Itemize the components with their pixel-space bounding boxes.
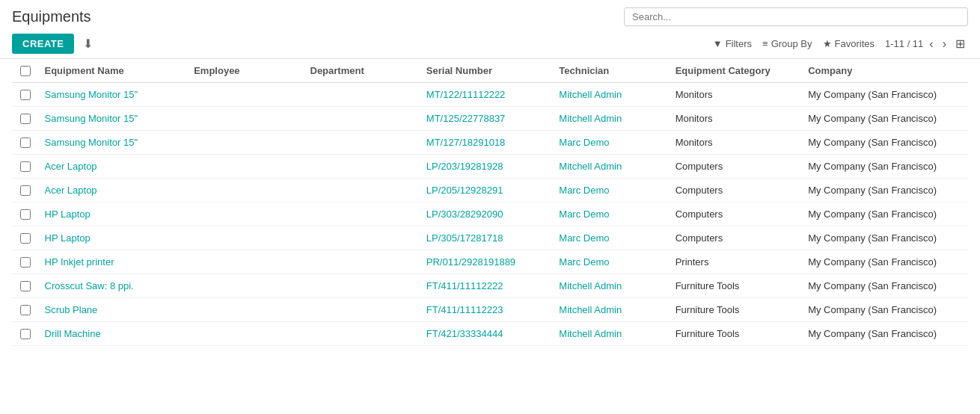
link-serial_number[interactable]: FT/411/11112222	[426, 280, 503, 291]
cell-company: My Company (San Francisco)	[802, 179, 968, 203]
link-serial_number[interactable]: MT/125/22778837	[426, 113, 506, 124]
table-row: Acer LaptopLP/205/12928291Marc DemoCompu…	[12, 179, 968, 203]
cell-employee	[188, 298, 304, 322]
favorites-button[interactable]: ★ Favorites	[823, 38, 875, 49]
link-serial_number[interactable]: LP/303/28292090	[426, 208, 503, 220]
groupby-button[interactable]: ≡ Group By	[762, 38, 812, 49]
link-technician[interactable]: Mitchell Admin	[559, 89, 622, 100]
link-serial_number[interactable]: LP/203/19281928	[426, 161, 503, 172]
link-serial_number[interactable]: PR/011/2928191889	[426, 256, 515, 268]
cell-equipment_name: Samsung Monitor 15"	[39, 107, 189, 131]
col-header-company: Company	[802, 59, 968, 83]
link-equipment_name[interactable]: Scrub Plane	[45, 304, 98, 315]
cell-employee	[188, 274, 304, 298]
cell-company: My Company (San Francisco)	[802, 131, 968, 155]
link-equipment_name[interactable]: Drill Machine	[45, 328, 101, 339]
link-technician[interactable]: Mitchell Admin	[559, 113, 622, 124]
link-equipment_name[interactable]: Crosscut Saw: 8 ppi.	[45, 280, 134, 291]
cell-department	[304, 250, 420, 274]
cell-equipment_category: Monitors	[670, 131, 803, 155]
table-header-row: Equipment Name Employee Department Seria…	[12, 59, 968, 83]
groupby-label: Group By	[771, 38, 812, 49]
link-equipment_name[interactable]: HP Laptop	[45, 232, 91, 244]
download-icon: ⬇	[83, 37, 93, 50]
row-checkbox[interactable]	[20, 257, 31, 268]
select-all-header	[12, 59, 39, 83]
cell-equipment_category: Computers	[670, 203, 803, 226]
col-header-employee: Employee	[188, 59, 304, 83]
row-checkbox[interactable]	[20, 329, 31, 339]
cell-serial_number: FT/411/11112223	[420, 298, 554, 322]
row-checkbox[interactable]	[20, 305, 31, 315]
cell-company: My Company (San Francisco)	[802, 107, 968, 131]
row-checkbox-cell	[12, 155, 39, 179]
link-technician[interactable]: Marc Demo	[559, 208, 609, 220]
link-equipment_name[interactable]: HP Laptop	[45, 208, 91, 220]
row-checkbox[interactable]	[20, 114, 31, 124]
link-equipment_name[interactable]: Acer Laptop	[45, 185, 97, 196]
grid-view-button[interactable]: ⊞	[952, 35, 968, 52]
row-checkbox[interactable]	[20, 161, 31, 172]
row-checkbox[interactable]	[20, 138, 31, 148]
link-equipment_name[interactable]: Samsung Monitor 15"	[45, 113, 138, 124]
cell-equipment_name: Acer Laptop	[39, 155, 189, 179]
download-button[interactable]: ⬇	[80, 34, 96, 54]
row-checkbox-cell	[12, 131, 39, 155]
next-page-button[interactable]: ›	[940, 36, 949, 52]
prev-page-button[interactable]: ‹	[926, 36, 936, 52]
row-checkbox[interactable]	[20, 185, 31, 196]
cell-technician: Marc Demo	[553, 131, 669, 155]
select-all-checkbox[interactable]	[20, 66, 31, 76]
table-row: Samsung Monitor 15"MT/125/22778837Mitche…	[12, 107, 968, 131]
cell-department	[304, 131, 420, 155]
row-checkbox-cell	[12, 250, 39, 274]
table-header: Equipment Name Employee Department Seria…	[12, 59, 968, 83]
link-technician[interactable]: Marc Demo	[559, 185, 609, 196]
col-header-equipment-name: Equipment Name	[39, 59, 189, 83]
row-checkbox-cell	[12, 226, 39, 250]
link-equipment_name[interactable]: HP Inkjet printer	[45, 256, 114, 268]
cell-technician: Marc Demo	[553, 250, 669, 274]
cell-serial_number: MT/122/11112222	[420, 83, 554, 107]
search-input[interactable]	[632, 11, 960, 22]
row-checkbox[interactable]	[20, 233, 31, 244]
table-row: Scrub PlaneFT/411/11112223Mitchell Admin…	[12, 298, 968, 322]
table-row: HP LaptopLP/303/28292090Marc DemoCompute…	[12, 203, 968, 226]
link-technician[interactable]: Marc Demo	[559, 137, 609, 148]
link-serial_number[interactable]: FT/421/33334444	[426, 328, 503, 339]
create-button[interactable]: CREATE	[12, 34, 74, 54]
link-equipment_name[interactable]: Samsung Monitor 15"	[45, 137, 138, 148]
link-serial_number[interactable]: MT/122/11112222	[426, 89, 506, 100]
cell-department	[304, 107, 420, 131]
link-serial_number[interactable]: FT/411/11112223	[426, 304, 503, 315]
row-checkbox[interactable]	[20, 90, 31, 100]
row-checkbox[interactable]	[20, 281, 31, 291]
filter-group: ▼ Filters ≡ Group By ★ Favorites	[713, 38, 875, 49]
link-equipment_name[interactable]: Samsung Monitor 15"	[45, 89, 138, 100]
row-checkbox[interactable]	[20, 209, 31, 220]
page-title: Equipments	[12, 8, 91, 25]
cell-serial_number: MT/127/18291018	[420, 131, 554, 155]
link-technician[interactable]: Mitchell Admin	[559, 328, 622, 339]
link-serial_number[interactable]: LP/305/17281718	[426, 232, 503, 244]
link-technician[interactable]: Marc Demo	[559, 232, 609, 244]
table-row: Samsung Monitor 15"MT/127/18291018Marc D…	[12, 131, 968, 155]
cell-department	[304, 226, 420, 250]
link-serial_number[interactable]: MT/127/18291018	[426, 137, 506, 148]
cell-employee	[188, 226, 304, 250]
filters-button[interactable]: ▼ Filters	[713, 38, 752, 49]
link-technician[interactable]: Mitchell Admin	[559, 304, 622, 315]
cell-company: My Company (San Francisco)	[802, 203, 968, 226]
table-row: HP LaptopLP/305/17281718Marc DemoCompute…	[12, 226, 968, 250]
table-row: Crosscut Saw: 8 ppi.FT/411/11112222Mitch…	[12, 274, 968, 298]
link-equipment_name[interactable]: Acer Laptop	[45, 161, 97, 172]
link-technician[interactable]: Marc Demo	[559, 256, 609, 268]
favorites-label: Favorites	[835, 38, 875, 49]
cell-equipment_name: Drill Machine	[39, 322, 189, 346]
cell-equipment_category: Computers	[670, 179, 803, 203]
link-technician[interactable]: Mitchell Admin	[559, 280, 622, 291]
table-body: Samsung Monitor 15"MT/122/11112222Mitche…	[12, 83, 968, 346]
row-checkbox-cell	[12, 274, 39, 298]
link-serial_number[interactable]: LP/205/12928291	[426, 185, 503, 196]
link-technician[interactable]: Mitchell Admin	[559, 161, 622, 172]
